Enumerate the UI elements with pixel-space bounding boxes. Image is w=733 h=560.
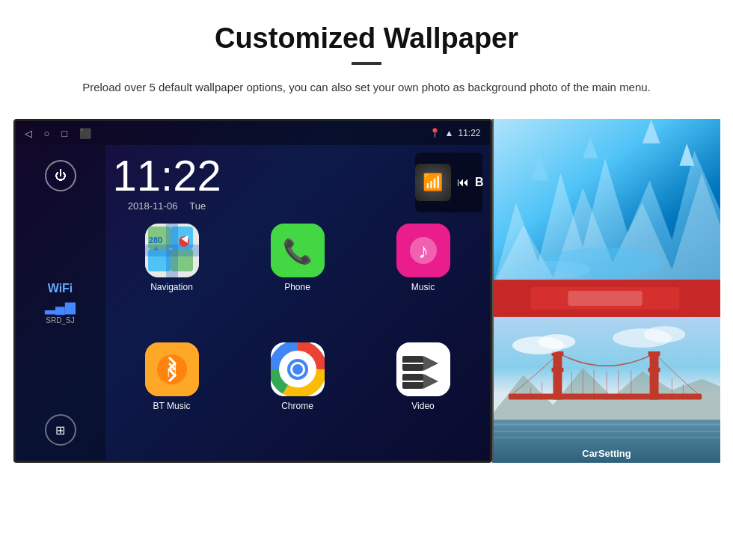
- clock-section: 11:22 2018-11-06 Tue 📶 ⏮ B: [113, 153, 482, 212]
- app-music[interactable]: ♪ Music: [364, 224, 482, 335]
- all-apps-button[interactable]: ⊞: [45, 414, 76, 446]
- wallpaper-bot: CarSetting: [492, 317, 720, 463]
- right-panel: CarSetting: [492, 119, 720, 463]
- status-icons: 📍 ▲ 11:22: [429, 128, 481, 138]
- bt-music-icon-svg: ⑁: [145, 342, 199, 396]
- svg-point-39: [515, 261, 589, 279]
- video-icon-svg: [396, 342, 450, 396]
- chrome-icon-bg: [271, 342, 325, 396]
- svg-rect-49: [508, 393, 701, 399]
- wifi-label: WiFi: [45, 282, 76, 295]
- header-description: Preload over 5 default wallpaper options…: [82, 79, 651, 96]
- power-icon: ⏻: [55, 169, 67, 182]
- navigation-icon-svg: 280 A: [145, 224, 199, 277]
- video-icon-bg: [396, 342, 450, 396]
- prev-track-icon[interactable]: ⏮: [457, 176, 469, 189]
- status-bar: ◁ ○ □ ⬛ 📍 ▲ 11:22: [16, 121, 490, 145]
- media-icon: 📶: [415, 164, 451, 201]
- svg-text:♪: ♪: [418, 239, 429, 262]
- app-chrome[interactable]: Chrome: [239, 342, 357, 454]
- svg-rect-42: [568, 291, 642, 306]
- video-label: Video: [411, 401, 434, 411]
- phone-label: Phone: [284, 282, 310, 292]
- svg-rect-46: [494, 431, 720, 432]
- page-title: Customized Wallpaper: [215, 22, 518, 55]
- clock-time: 11:22: [113, 154, 221, 197]
- bt-music-label: BT Music: [153, 401, 191, 411]
- content-area: ◁ ○ □ ⬛ 📍 ▲ 11:22 ⏻ WiFi ▂▄▆ SRD_: [30, 119, 703, 463]
- clock-date: 2018-11-06 Tue: [113, 200, 221, 212]
- svg-rect-50: [553, 353, 562, 400]
- media-widget: 📶 ⏮ B: [415, 153, 482, 212]
- wifi-signal: ▂▄▆: [45, 298, 76, 315]
- phone-icon-bg: 📞: [271, 224, 325, 277]
- apps-grid-icon: ⊞: [55, 423, 65, 437]
- svg-point-67: [538, 334, 575, 349]
- svg-text:CarSetting: CarSetting: [582, 448, 631, 459]
- chrome-icon-svg: [271, 342, 325, 396]
- app-grid: 280 A Navigation: [113, 224, 482, 453]
- wallpaper-mid-svg: [494, 280, 720, 317]
- nav-buttons: ◁ ○ □ ⬛: [25, 128, 92, 139]
- svg-point-23: [292, 364, 303, 375]
- svg-rect-6: [145, 244, 199, 256]
- svg-rect-54: [551, 368, 563, 372]
- app-video[interactable]: Video: [364, 342, 482, 454]
- location-icon: 📍: [429, 128, 441, 138]
- home-icon[interactable]: ○: [44, 128, 50, 139]
- navigation-label: Navigation: [150, 282, 193, 292]
- navigation-icon-bg: 280 A: [145, 224, 199, 277]
- app-phone[interactable]: 📞 Phone: [239, 224, 357, 335]
- music-label: Music: [411, 282, 435, 292]
- wifi-symbol-icon: 📶: [423, 173, 443, 192]
- bridge-scene-svg: CarSetting: [494, 317, 720, 463]
- app-navigation[interactable]: 280 A Navigation: [113, 224, 231, 335]
- play-icon[interactable]: B: [475, 176, 482, 189]
- main-area: 11:22 2018-11-06 Tue 📶 ⏮ B: [105, 145, 490, 461]
- phone-icon-svg: 📞: [271, 224, 325, 277]
- wifi-network: SRD_SJ: [45, 316, 76, 324]
- music-icon-svg: ♪: [396, 224, 450, 277]
- app-bt-music[interactable]: ⑁ BT Music: [113, 342, 231, 454]
- signal-icon: ▲: [445, 128, 454, 138]
- wallpaper-top: [492, 119, 720, 280]
- chrome-label: Chrome: [281, 401, 313, 411]
- svg-rect-51: [649, 353, 658, 400]
- wallpaper-mid: [492, 280, 720, 317]
- svg-point-69: [643, 326, 685, 342]
- screenshot-icon[interactable]: ⬛: [79, 128, 91, 139]
- android-screen: ◁ ○ □ ⬛ 📍 ▲ 11:22 ⏻ WiFi ▂▄▆ SRD_: [13, 119, 492, 463]
- screen-body: ⏻ WiFi ▂▄▆ SRD_SJ ⊞ 11:22: [16, 145, 490, 461]
- wifi-widget: WiFi ▂▄▆ SRD_SJ: [45, 282, 76, 324]
- left-sidebar: ⏻ WiFi ▂▄▆ SRD_SJ ⊞: [16, 145, 105, 461]
- recents-icon[interactable]: □: [61, 128, 67, 139]
- svg-rect-45: [494, 423, 720, 425]
- svg-text:280: 280: [148, 236, 162, 244]
- music-icon-bg: ♪: [396, 224, 450, 277]
- svg-rect-55: [648, 368, 660, 372]
- ice-cave-svg: [494, 119, 720, 280]
- svg-text:📞: 📞: [283, 237, 313, 265]
- svg-text:A: A: [154, 245, 159, 252]
- media-controls: ⏮ B: [457, 176, 482, 189]
- clock-display: 11:22 2018-11-06 Tue: [113, 154, 221, 212]
- back-icon[interactable]: ◁: [25, 128, 32, 139]
- power-button[interactable]: ⏻: [45, 160, 76, 191]
- status-time: 11:22: [458, 128, 480, 138]
- svg-rect-47: [494, 437, 720, 438]
- header-divider: [352, 62, 381, 65]
- bt-music-icon-bg: ⑁: [145, 342, 199, 396]
